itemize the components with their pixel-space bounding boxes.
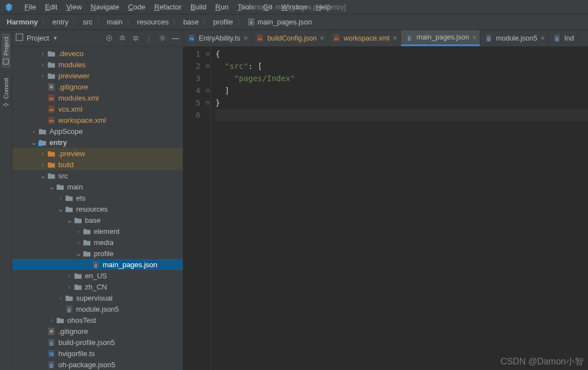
editor-code[interactable]: { "src": [ "pages/Index" ]} bbox=[211, 47, 588, 370]
code-line[interactable]: ] bbox=[215, 84, 588, 97]
tree-item-supervisual[interactable]: ›supervisual bbox=[12, 292, 183, 303]
tree-item-en-us[interactable]: ›en_US bbox=[12, 270, 183, 281]
tree-item-ets[interactable]: ›ets bbox=[12, 192, 183, 203]
close-icon[interactable]: × bbox=[393, 34, 398, 42]
minimize-icon[interactable]: — bbox=[172, 34, 179, 42]
code-line[interactable]: "pages/Index" bbox=[215, 72, 588, 84]
menu-run[interactable]: Run bbox=[211, 1, 233, 13]
tree-item-module-json5[interactable]: {}module.json5 bbox=[12, 303, 183, 314]
chevron-right-icon[interactable]: › bbox=[66, 272, 73, 279]
folder-icon bbox=[38, 127, 47, 136]
menu-refactor[interactable]: Refactor bbox=[150, 1, 186, 13]
locate-icon[interactable] bbox=[105, 34, 113, 42]
tree-item-src[interactable]: ⌄src bbox=[12, 170, 183, 181]
close-icon[interactable]: × bbox=[541, 34, 545, 42]
crumb-entry[interactable]: entry bbox=[51, 18, 69, 26]
chevron-right-icon[interactable]: › bbox=[39, 50, 47, 57]
chevron-down-icon[interactable]: ⌄ bbox=[74, 251, 82, 256]
chevron-down-icon[interactable]: ⌄ bbox=[66, 217, 73, 223]
close-icon[interactable]: × bbox=[244, 34, 248, 42]
tree-item-main[interactable]: ⌄main bbox=[12, 181, 183, 192]
crumb-profile[interactable]: profile bbox=[212, 18, 234, 26]
code-line[interactable]: "src": [ bbox=[215, 60, 588, 72]
chevron-right-icon[interactable]: › bbox=[39, 161, 47, 168]
close-icon[interactable]: × bbox=[320, 34, 324, 42]
code-line[interactable] bbox=[215, 109, 588, 121]
tab-workspace-xml[interactable]: xmworkspace.xml× bbox=[328, 30, 401, 46]
tree-item-previewer[interactable]: ›previewer bbox=[12, 70, 183, 81]
menu-file[interactable]: File bbox=[20, 1, 41, 13]
gear-icon[interactable] bbox=[158, 34, 166, 42]
chevron-right-icon[interactable]: › bbox=[74, 228, 82, 234]
menu-code[interactable]: Code bbox=[124, 1, 150, 13]
expand-all-icon[interactable] bbox=[118, 34, 126, 42]
chevron-right-icon[interactable]: › bbox=[48, 317, 56, 323]
fold-marker-icon[interactable]: ⊟ bbox=[206, 60, 209, 72]
project-panel-title[interactable]: Project bbox=[27, 34, 49, 42]
menu-view[interactable]: View bbox=[62, 1, 86, 13]
collapse-all-icon[interactable] bbox=[132, 34, 139, 42]
tab-buildconfig-json[interactable]: xmbuildConfig.json× bbox=[252, 30, 328, 46]
crumb-harmony[interactable]: Harmony bbox=[6, 18, 39, 26]
file-json-icon: {} bbox=[47, 360, 56, 369]
menu-navigate[interactable]: Navigate bbox=[86, 1, 123, 13]
file-xml-icon: xm bbox=[47, 116, 56, 124]
fold-marker-icon[interactable]: ⊟ bbox=[206, 97, 209, 109]
tree-item-oh-package-json5[interactable]: {}oh-package.json5 bbox=[12, 359, 183, 370]
tree-item-main-pages-json[interactable]: {}main_pages.json bbox=[12, 259, 183, 270]
tree-item-ohostest[interactable]: ›ohosTest bbox=[12, 314, 183, 326]
code-line[interactable]: } bbox=[215, 97, 588, 109]
chevron-down-icon[interactable]: ⌄ bbox=[48, 184, 56, 189]
tree-item-element[interactable]: ›element bbox=[12, 226, 183, 237]
chevron-down-icon[interactable]: ▼ bbox=[52, 35, 58, 41]
chevron-right-icon: 〉 bbox=[72, 18, 79, 26]
chevron-right-icon[interactable]: › bbox=[39, 72, 47, 79]
crumb-resources[interactable]: resources bbox=[136, 18, 170, 26]
tree-item-resources[interactable]: ⌄resources bbox=[12, 203, 183, 214]
chevron-down-icon[interactable]: ⌄ bbox=[57, 206, 64, 212]
tab-entryability-ts[interactable]: TSEntryAbility.ts× bbox=[183, 30, 252, 46]
tab-module-json5[interactable]: {}module.json5× bbox=[480, 30, 549, 46]
tree-item-appscope[interactable]: ›AppScope bbox=[12, 126, 183, 137]
tree-item-vcs-xml[interactable]: xmvcs.xml bbox=[12, 103, 183, 114]
menu-build[interactable]: Build bbox=[186, 1, 211, 13]
chevron-right-icon[interactable]: › bbox=[39, 61, 47, 68]
tree-item-build[interactable]: ›build bbox=[12, 159, 183, 170]
tree-item-modules[interactable]: ›modules bbox=[12, 59, 183, 70]
chevron-right-icon[interactable]: › bbox=[57, 194, 64, 201]
tree-item-media[interactable]: ›media bbox=[12, 237, 183, 248]
chevron-right-icon[interactable]: › bbox=[39, 150, 47, 157]
tree-item-zh-cn[interactable]: ›zh_CN bbox=[12, 281, 183, 292]
crumb-main[interactable]: main bbox=[106, 18, 124, 26]
code-line[interactable]: { bbox=[215, 48, 588, 60]
tree-item-base[interactable]: ⌄base bbox=[12, 214, 183, 226]
fold-marker-icon[interactable]: ⊟ bbox=[206, 48, 209, 60]
tree-item-workspace-xml[interactable]: xmworkspace.xml bbox=[12, 114, 183, 126]
tree-item--preview[interactable]: ›.preview bbox=[12, 148, 183, 159]
tool-commit[interactable]: Commit bbox=[2, 74, 11, 111]
tool-project[interactable]: Project bbox=[2, 33, 11, 68]
chevron-down-icon[interactable]: ⌄ bbox=[30, 139, 38, 145]
crumb-main-pages-json[interactable]: {}main_pages.json bbox=[247, 18, 313, 26]
chevron-down-icon[interactable]: ⌄ bbox=[39, 173, 47, 178]
tree-item-profile[interactable]: ⌄profile bbox=[12, 248, 183, 259]
tab-main-pages-json[interactable]: {}main_pages.json× bbox=[401, 30, 480, 46]
close-icon[interactable]: × bbox=[473, 33, 477, 42]
chevron-right-icon[interactable]: › bbox=[74, 239, 82, 246]
fold-marker-icon[interactable]: ⊟ bbox=[206, 84, 209, 97]
chevron-right-icon[interactable]: › bbox=[57, 294, 64, 301]
tree-item--deveco[interactable]: ›.deveco bbox=[12, 48, 183, 59]
chevron-right-icon[interactable]: › bbox=[66, 283, 73, 290]
crumb-base[interactable]: base bbox=[182, 18, 200, 26]
crumb-src[interactable]: src bbox=[82, 18, 93, 26]
tree-item--gitignore[interactable]: .gitignore bbox=[12, 326, 183, 337]
menu-edit[interactable]: Edit bbox=[41, 1, 62, 13]
tree-item-hvigorfile-ts[interactable]: TShvigorfile.ts bbox=[12, 348, 183, 359]
tab-ind[interactable]: {}Ind bbox=[549, 30, 577, 46]
project-tree[interactable]: ›.deveco›modules›previewer.gitignorexmmo… bbox=[12, 47, 183, 370]
tree-item-build-profile-json5[interactable]: {}build-profile.json5 bbox=[12, 337, 183, 348]
tree-item-modules-xml[interactable]: xmmodules.xml bbox=[12, 92, 183, 103]
tree-item--gitignore[interactable]: .gitignore bbox=[12, 81, 183, 92]
chevron-right-icon[interactable]: › bbox=[30, 128, 38, 134]
tree-item-entry[interactable]: ⌄entry bbox=[12, 137, 183, 148]
